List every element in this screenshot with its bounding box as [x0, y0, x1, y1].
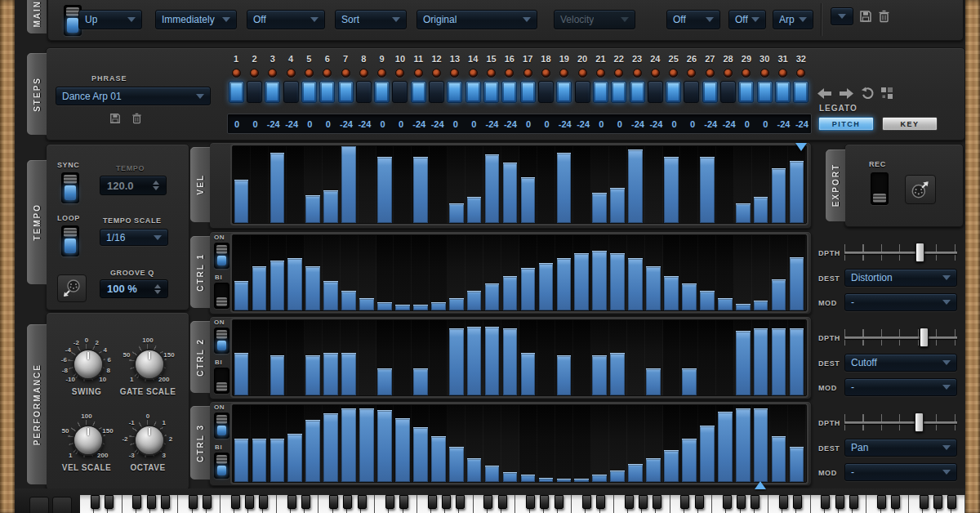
chart-slot[interactable]	[752, 320, 770, 395]
black-key[interactable]	[751, 495, 760, 509]
chart-slot[interactable]	[591, 405, 609, 482]
black-key[interactable]	[653, 495, 662, 509]
chart-slot[interactable]	[305, 235, 323, 310]
step-value-cell[interactable]: -24	[629, 114, 647, 133]
black-key[interactable]	[231, 495, 240, 509]
black-key[interactable]	[385, 495, 394, 509]
slider-handle[interactable]	[915, 243, 924, 262]
chart-slot[interactable]	[663, 320, 681, 395]
key-button[interactable]: KEY	[882, 117, 938, 131]
chart-slot[interactable]	[501, 146, 519, 223]
chart-bar[interactable]	[485, 283, 500, 310]
chart-bar[interactable]	[557, 258, 572, 310]
step-button-17[interactable]	[520, 81, 536, 103]
chart-slot[interactable]	[716, 235, 734, 310]
step-button-6[interactable]	[319, 81, 335, 103]
lane-on-toggle[interactable]	[214, 243, 229, 269]
dropdown-immediately-1[interactable]: Immediately	[155, 10, 237, 29]
black-key[interactable]	[456, 495, 465, 509]
chart-bar[interactable]	[557, 153, 572, 223]
tab-ctrl-2[interactable]: CTRL 2	[189, 320, 210, 394]
chart-slot[interactable]	[323, 405, 341, 482]
chart-slot[interactable]	[734, 320, 752, 395]
chart-slot[interactable]	[251, 320, 269, 395]
chart-bar[interactable]	[610, 253, 625, 310]
chart-slot[interactable]	[716, 405, 734, 482]
chart-slot[interactable]	[627, 405, 645, 482]
step-value-cell[interactable]: -24	[556, 114, 574, 133]
dest-dropdown-1[interactable]: Distortion	[844, 269, 957, 287]
chart-bar[interactable]	[359, 298, 374, 310]
chart-slot[interactable]	[501, 320, 519, 395]
black-key[interactable]	[203, 495, 212, 509]
chart-bar[interactable]	[413, 305, 428, 310]
chart-bar[interactable]	[790, 257, 804, 310]
chart-slot[interactable]	[770, 320, 788, 395]
step-value-cell[interactable]: -24	[719, 114, 737, 133]
chart-bar[interactable]	[305, 195, 320, 223]
chart-slot[interactable]	[233, 320, 251, 395]
chart-slot[interactable]	[359, 405, 376, 482]
chart-bar[interactable]	[377, 302, 392, 310]
tempo-scale-dropdown[interactable]: 1/16	[100, 229, 168, 246]
black-key[interactable]	[933, 495, 942, 509]
chart-slot[interactable]	[645, 405, 663, 482]
chart-bar[interactable]	[485, 327, 500, 395]
chart-bar[interactable]	[790, 328, 804, 395]
chart-bar[interactable]	[682, 368, 697, 395]
chart-bar[interactable]	[467, 291, 482, 310]
octave-up-button[interactable]	[52, 497, 72, 513]
chart-bar[interactable]	[503, 328, 518, 395]
chart-slot[interactable]	[537, 320, 555, 395]
step-value-cell[interactable]: 0	[519, 114, 537, 133]
chart-bar[interactable]	[610, 353, 625, 395]
step-value-cell[interactable]: 0	[611, 114, 629, 133]
chart-slot[interactable]	[376, 320, 394, 395]
chart-bar[interactable]	[574, 479, 589, 482]
chart-bar[interactable]	[377, 368, 392, 395]
step-button-1[interactable]	[229, 81, 244, 103]
chart-slot[interactable]	[680, 320, 698, 395]
chart-slot[interactable]	[734, 405, 752, 482]
chart-slot[interactable]	[483, 320, 501, 395]
rec-toggle[interactable]	[871, 172, 889, 205]
chart-bar[interactable]	[772, 436, 786, 482]
dropdown-up-0[interactable]: Up	[78, 10, 142, 29]
chart-bar[interactable]	[718, 298, 733, 310]
step-value-cell[interactable]: -24	[647, 114, 665, 133]
chart-slot[interactable]	[663, 405, 681, 482]
black-key[interactable]	[849, 495, 858, 509]
chart-bar[interactable]	[287, 258, 302, 310]
chart-slot[interactable]	[788, 405, 806, 482]
dest-dropdown-2[interactable]: Cutoff	[844, 354, 957, 372]
chart-bar[interactable]	[772, 279, 786, 310]
chart-slot[interactable]	[269, 146, 287, 223]
shift-left-icon[interactable]	[817, 87, 833, 100]
chart-bar[interactable]	[431, 436, 446, 482]
chart-bar[interactable]	[718, 412, 733, 482]
chart-bar[interactable]	[592, 193, 607, 223]
step-button-8[interactable]	[356, 81, 372, 103]
tab-performance[interactable]: PERFORMANCE	[26, 323, 47, 485]
chart-slot[interactable]	[483, 146, 501, 223]
chart-slot[interactable]	[788, 146, 806, 223]
step-value-cell[interactable]: 0	[537, 114, 555, 133]
chart-slot[interactable]	[770, 235, 788, 310]
black-key[interactable]	[596, 495, 605, 509]
step-button-21[interactable]	[593, 81, 608, 103]
chart-bar[interactable]	[557, 479, 572, 482]
stepper-icon[interactable]	[153, 181, 159, 190]
chart-slot[interactable]	[412, 320, 430, 395]
step-button-10[interactable]	[392, 81, 408, 103]
black-key[interactable]	[358, 495, 367, 509]
chart-slot[interactable]	[376, 405, 394, 482]
chart-slot[interactable]	[430, 235, 448, 310]
black-key[interactable]	[329, 495, 338, 509]
chart-slot[interactable]	[537, 405, 555, 482]
chart-slot[interactable]	[752, 146, 770, 223]
chart-bar[interactable]	[359, 408, 374, 482]
step-value-cell[interactable]: 0	[392, 114, 410, 133]
chart-slot[interactable]	[412, 405, 430, 482]
chart-bar[interactable]	[287, 434, 302, 482]
step-button-18[interactable]	[538, 81, 554, 103]
